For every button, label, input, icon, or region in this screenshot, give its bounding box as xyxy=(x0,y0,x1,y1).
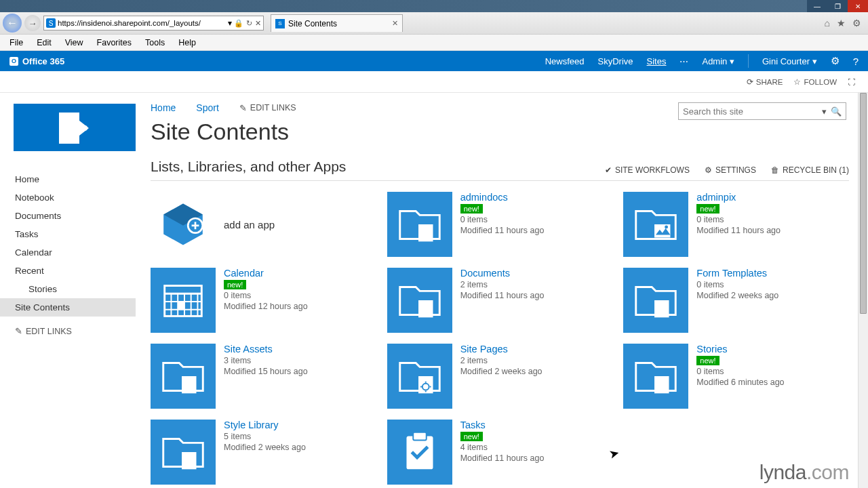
app-tile[interactable]: adminpixnew!0 itemsModified 11 hours ago xyxy=(623,192,849,257)
tile-item-count: 5 items xyxy=(224,432,306,441)
nav-skydrive[interactable]: SkyDrive xyxy=(598,56,633,66)
tools-icon[interactable]: ⚙ xyxy=(852,18,861,28)
window-maximize-button[interactable]: ❐ xyxy=(827,0,848,12)
help-icon[interactable]: ? xyxy=(853,56,859,67)
site-workflows-button[interactable]: ✔SITE WORKFLOWS xyxy=(605,165,690,175)
quick-launch-item[interactable]: Site Contents xyxy=(0,298,136,317)
workflow-icon: ✔ xyxy=(605,165,612,175)
menu-favorites[interactable]: Favorites xyxy=(92,37,137,49)
refresh-icon[interactable]: ↻ xyxy=(246,19,252,28)
new-badge: new! xyxy=(696,356,719,365)
favorites-icon[interactable]: ★ xyxy=(837,18,846,28)
tab-close-button[interactable]: ✕ xyxy=(392,19,398,28)
scrollbar-thumb[interactable] xyxy=(860,93,867,314)
tile-name: Tasks xyxy=(460,420,545,430)
new-badge: new! xyxy=(460,432,483,441)
tile-modified: Modified 12 hours ago xyxy=(224,302,308,311)
new-badge: new! xyxy=(224,280,246,289)
browser-back-button[interactable]: ← xyxy=(3,14,22,33)
tile-icon xyxy=(623,344,688,409)
quick-launch-item[interactable]: Documents xyxy=(0,207,136,225)
tile-icon xyxy=(387,344,452,409)
tile-item-count: 2 items xyxy=(460,280,545,289)
pencil-icon: ✎ xyxy=(239,103,247,113)
tile-item-count: 0 items xyxy=(224,291,308,300)
browser-forward-button[interactable]: → xyxy=(24,15,41,31)
add-app-icon xyxy=(151,192,216,257)
menu-view[interactable]: View xyxy=(60,37,89,49)
search-scope-dropdown-icon[interactable]: ▾ xyxy=(822,106,827,117)
menu-help[interactable]: Help xyxy=(173,37,201,49)
office365-logo[interactable]: O Office 365 xyxy=(9,56,64,66)
gear-icon: ⚙ xyxy=(705,165,712,175)
address-bar[interactable]: S https://insidenoi.sharepoint.com/_layo… xyxy=(43,16,264,30)
tile-name: Site Pages xyxy=(460,344,542,354)
tab-favicon: S xyxy=(275,19,285,28)
edit-links-button[interactable]: ✎ EDIT LINKS xyxy=(0,317,136,336)
home-icon[interactable]: ⌂ xyxy=(825,18,830,28)
menu-file[interactable]: File xyxy=(4,37,28,49)
app-tile[interactable]: Documents2 itemsModified 11 hours ago xyxy=(387,268,613,333)
app-tile[interactable]: Style Library5 itemsModified 2 weeks ago xyxy=(151,420,376,485)
scrollbar[interactable] xyxy=(858,93,868,488)
follow-button[interactable]: ☆FOLLOW xyxy=(793,77,837,87)
quick-launch-item[interactable]: Stories xyxy=(0,280,136,298)
tile-modified: Modified 11 hours ago xyxy=(460,453,545,463)
app-tile[interactable]: Tasksnew!4 itemsModified 11 hours ago xyxy=(387,420,613,485)
tile-modified: Modified 2 weeks ago xyxy=(696,291,778,300)
nav-more-icon[interactable]: ⋯ xyxy=(679,56,688,66)
site-logo[interactable] xyxy=(14,104,136,151)
focus-icon[interactable]: ⛶ xyxy=(848,78,856,86)
search-box[interactable]: ▾ 🔍 xyxy=(678,102,846,120)
user-menu[interactable]: Gini Courter ▾ xyxy=(762,56,817,66)
quick-launch-item[interactable]: Calendar xyxy=(0,243,136,262)
url-text: https://insidenoi.sharepoint.com/_layout… xyxy=(58,19,226,27)
nav-admin[interactable]: Admin ▾ xyxy=(702,56,734,66)
quick-launch-item[interactable]: Tasks xyxy=(0,225,136,243)
tile-icon xyxy=(387,268,452,333)
quick-launch-item[interactable]: Home xyxy=(0,170,136,188)
quick-launch-item[interactable]: Recent xyxy=(0,262,136,280)
app-tile[interactable]: Site Pages2 itemsModified 2 weeks ago xyxy=(387,344,613,409)
settings-button[interactable]: ⚙SETTINGS xyxy=(705,165,756,175)
tile-modified: Modified 11 hours ago xyxy=(696,226,781,235)
menu-edit[interactable]: Edit xyxy=(31,37,57,49)
pencil-icon: ✎ xyxy=(15,326,22,336)
topnav-sport[interactable]: Sport xyxy=(196,102,218,113)
recycle-icon: 🗑 xyxy=(771,165,779,175)
tile-icon xyxy=(151,344,216,409)
tile-icon xyxy=(151,268,216,333)
browser-tab[interactable]: S Site Contents ✕ xyxy=(271,14,403,32)
topnav-home[interactable]: Home xyxy=(151,102,176,113)
url-dropdown-icon[interactable]: ▾ xyxy=(228,18,232,28)
nav-sites[interactable]: Sites xyxy=(647,56,667,66)
window-minimize-button[interactable]: — xyxy=(807,0,827,12)
add-app-label: add an app xyxy=(224,219,275,230)
app-tile[interactable]: Calendarnew!0 itemsModified 12 hours ago xyxy=(151,268,376,333)
window-close-button[interactable]: ✕ xyxy=(848,0,868,12)
page-title: Site Contents xyxy=(151,119,849,145)
stop-icon[interactable]: ✕ xyxy=(255,19,261,28)
app-tile[interactable]: admindocsnew!0 itemsModified 11 hours ag… xyxy=(387,192,613,257)
search-icon[interactable]: 🔍 xyxy=(831,106,842,117)
tile-item-count: 4 items xyxy=(460,443,545,452)
share-button[interactable]: ⟳SHARE xyxy=(747,77,783,87)
tile-item-count: 0 items xyxy=(696,280,778,289)
add-an-app-tile[interactable]: add an app xyxy=(151,192,376,257)
settings-gear-icon[interactable]: ⚙ xyxy=(831,55,840,67)
quick-launch-item[interactable]: Notebook xyxy=(0,188,136,207)
window-titlebar: — ❐ ✕ xyxy=(0,0,868,12)
menu-tools[interactable]: Tools xyxy=(140,37,170,49)
search-input[interactable] xyxy=(683,106,822,117)
tile-icon xyxy=(387,192,452,257)
tab-title: Site Contents xyxy=(288,19,337,28)
app-tile[interactable]: Storiesnew!0 itemsModified 6 minutes ago xyxy=(623,344,849,409)
app-tile[interactable]: Form Templates0 itemsModified 2 weeks ag… xyxy=(623,268,849,333)
app-tile[interactable]: Site Assets3 itemsModified 15 hours ago xyxy=(151,344,376,409)
nav-newsfeed[interactable]: Newsfeed xyxy=(545,56,585,66)
recycle-bin-button[interactable]: 🗑RECYCLE BIN (1) xyxy=(771,165,849,175)
tile-name: Style Library xyxy=(224,420,306,430)
tile-item-count: 0 items xyxy=(696,215,781,224)
tile-name: Stories xyxy=(696,344,784,354)
topnav-edit-links[interactable]: ✎ EDIT LINKS xyxy=(239,103,296,113)
